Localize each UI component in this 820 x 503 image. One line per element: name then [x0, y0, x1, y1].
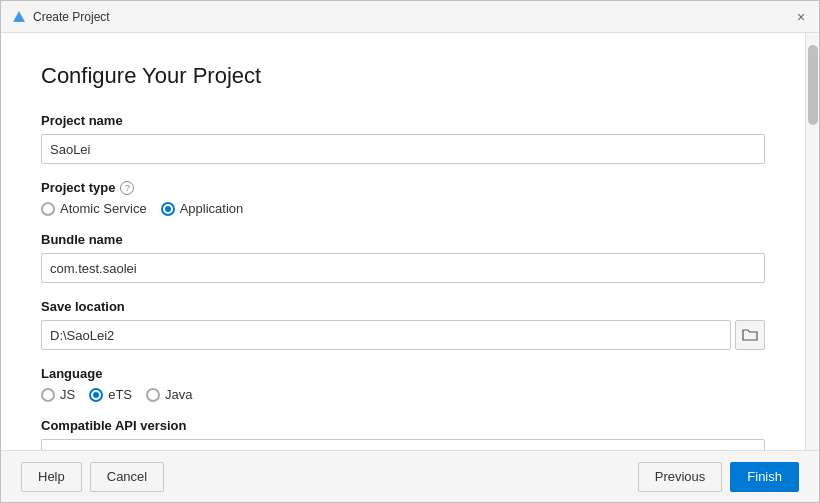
api-version-select[interactable]: SDK: API Version 7 SDK: API Version 6 SD…	[41, 439, 765, 450]
project-type-label: Project type	[41, 180, 115, 195]
project-name-label: Project name	[41, 113, 765, 128]
browse-folder-button[interactable]	[735, 320, 765, 350]
scrollbar-thumb[interactable]	[808, 45, 818, 125]
project-type-help-icon[interactable]: ?	[120, 181, 134, 195]
api-version-group: Compatible API version SDK: API Version …	[41, 418, 765, 450]
project-type-label-row: Project type ?	[41, 180, 765, 195]
radio-application[interactable]: Application	[161, 201, 244, 216]
svg-marker-1	[14, 13, 24, 21]
bundle-name-input[interactable]	[41, 253, 765, 283]
footer-right: Previous Finish	[638, 462, 799, 492]
language-label: Language	[41, 366, 765, 381]
radio-js-label: JS	[60, 387, 75, 402]
radio-atomic-service-circle	[41, 202, 55, 216]
close-button[interactable]: ×	[793, 9, 809, 25]
finish-button[interactable]: Finish	[730, 462, 799, 492]
save-location-input[interactable]	[41, 320, 731, 350]
title-bar-left: Create Project	[11, 9, 110, 25]
radio-java-circle	[146, 388, 160, 402]
radio-java[interactable]: Java	[146, 387, 192, 402]
api-version-label: Compatible API version	[41, 418, 765, 433]
project-type-radio-group: Atomic Service Application	[41, 201, 765, 216]
radio-java-label: Java	[165, 387, 192, 402]
radio-atomic-service-label: Atomic Service	[60, 201, 147, 216]
scrollbar-track[interactable]	[805, 33, 819, 450]
save-location-label: Save location	[41, 299, 765, 314]
footer-left: Help Cancel	[21, 462, 164, 492]
harmony-logo-icon	[11, 9, 27, 25]
radio-ets-circle	[89, 388, 103, 402]
folder-icon	[742, 328, 758, 342]
previous-button[interactable]: Previous	[638, 462, 723, 492]
radio-js-circle	[41, 388, 55, 402]
page-title: Configure Your Project	[41, 63, 765, 89]
radio-js[interactable]: JS	[41, 387, 75, 402]
cancel-button[interactable]: Cancel	[90, 462, 164, 492]
help-button[interactable]: Help	[21, 462, 82, 492]
content-area: Configure Your Project Project name Proj…	[1, 33, 805, 450]
bundle-name-group: Bundle name	[41, 232, 765, 283]
radio-atomic-service[interactable]: Atomic Service	[41, 201, 147, 216]
title-bar: Create Project ×	[1, 1, 819, 33]
create-project-dialog: Create Project × Configure Your Project …	[0, 0, 820, 503]
radio-ets-label: eTS	[108, 387, 132, 402]
bundle-name-label: Bundle name	[41, 232, 765, 247]
language-group: Language JS eTS Java	[41, 366, 765, 402]
api-version-select-wrapper: SDK: API Version 7 SDK: API Version 6 SD…	[41, 439, 765, 450]
language-radio-group: JS eTS Java	[41, 387, 765, 402]
dialog-title: Create Project	[33, 10, 110, 24]
radio-application-label: Application	[180, 201, 244, 216]
save-location-row	[41, 320, 765, 350]
dialog-footer: Help Cancel Previous Finish	[1, 450, 819, 502]
radio-ets[interactable]: eTS	[89, 387, 132, 402]
project-name-group: Project name	[41, 113, 765, 164]
project-name-input[interactable]	[41, 134, 765, 164]
save-location-group: Save location	[41, 299, 765, 350]
radio-application-circle	[161, 202, 175, 216]
dialog-body: Configure Your Project Project name Proj…	[1, 33, 819, 450]
project-type-group: Project type ? Atomic Service Applicatio…	[41, 180, 765, 216]
